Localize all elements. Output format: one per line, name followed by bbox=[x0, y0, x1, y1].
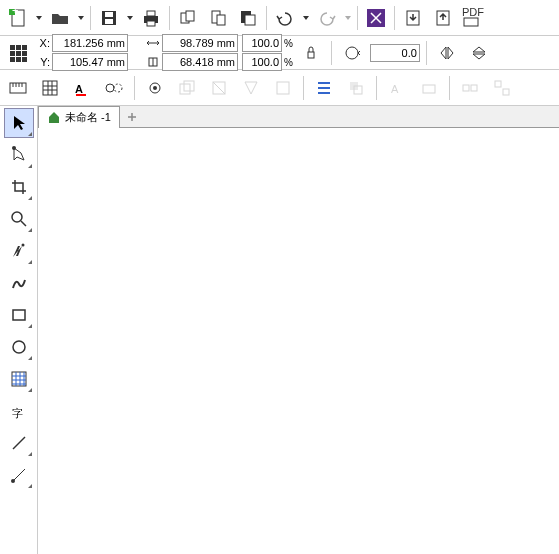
options-bar: A A bbox=[0, 70, 559, 106]
ellipse-tool[interactable] bbox=[4, 332, 34, 362]
export-button[interactable] bbox=[429, 4, 457, 32]
interactive-tool[interactable] bbox=[4, 460, 34, 490]
svg-rect-12 bbox=[217, 15, 225, 25]
rotation-input[interactable] bbox=[370, 44, 420, 62]
redo-button[interactable] bbox=[313, 4, 341, 32]
svg-rect-24 bbox=[16, 51, 21, 56]
tab-label: 未命名 -1 bbox=[65, 110, 111, 125]
group-button[interactable] bbox=[456, 74, 484, 102]
text-tool[interactable]: 字 bbox=[4, 396, 34, 426]
svg-rect-54 bbox=[13, 310, 25, 320]
align-button[interactable] bbox=[310, 74, 338, 102]
zoom-tool[interactable] bbox=[4, 204, 34, 234]
snap-button[interactable] bbox=[100, 74, 128, 102]
svg-rect-39 bbox=[180, 84, 190, 94]
new-button[interactable]: + bbox=[4, 4, 32, 32]
mirror-h-button[interactable] bbox=[433, 39, 461, 67]
svg-point-53 bbox=[21, 244, 24, 247]
svg-point-55 bbox=[13, 341, 25, 353]
launch-button[interactable] bbox=[362, 4, 390, 32]
svg-rect-14 bbox=[245, 15, 255, 25]
open-dropdown[interactable] bbox=[76, 4, 86, 32]
svg-rect-21 bbox=[16, 45, 21, 50]
line-tool[interactable] bbox=[4, 428, 34, 458]
weld-button[interactable] bbox=[173, 74, 201, 102]
print-button[interactable] bbox=[137, 4, 165, 32]
crop-tool[interactable] bbox=[4, 172, 34, 202]
svg-rect-50 bbox=[503, 89, 509, 95]
svg-rect-8 bbox=[147, 21, 155, 26]
svg-point-52 bbox=[12, 212, 22, 222]
pdf-button[interactable]: PDF bbox=[459, 4, 487, 32]
add-tab-button[interactable] bbox=[122, 108, 142, 126]
y-label: Y: bbox=[36, 56, 50, 68]
paste-button[interactable] bbox=[204, 4, 232, 32]
svg-rect-42 bbox=[277, 82, 289, 94]
document-tab[interactable]: 未命名 -1 bbox=[38, 106, 120, 128]
main-toolbar: + PDF bbox=[0, 0, 559, 36]
svg-rect-10 bbox=[186, 11, 194, 21]
ungroup-button[interactable] bbox=[488, 74, 516, 102]
height-icon bbox=[146, 57, 160, 67]
shape-tool[interactable] bbox=[4, 140, 34, 170]
svg-rect-40 bbox=[184, 81, 194, 91]
trim-button[interactable] bbox=[205, 74, 233, 102]
svg-rect-22 bbox=[22, 45, 27, 50]
height-input[interactable] bbox=[162, 53, 238, 71]
new-dropdown[interactable] bbox=[34, 4, 44, 32]
scale-x-input[interactable] bbox=[242, 34, 282, 52]
svg-text:+: + bbox=[12, 8, 18, 16]
options-gear-button[interactable] bbox=[141, 74, 169, 102]
rectangle-tool[interactable] bbox=[4, 300, 34, 330]
svg-rect-23 bbox=[10, 51, 15, 56]
svg-point-31 bbox=[346, 47, 358, 59]
property-bar: X: Y: % % bbox=[0, 36, 559, 70]
artistic-media-tool[interactable] bbox=[4, 268, 34, 298]
scale-y-input[interactable] bbox=[242, 53, 282, 71]
undo-button[interactable] bbox=[271, 4, 299, 32]
svg-point-36 bbox=[114, 84, 122, 92]
mirror-v-button[interactable] bbox=[465, 39, 493, 67]
intersect-button[interactable] bbox=[237, 74, 265, 102]
svg-rect-48 bbox=[471, 85, 477, 91]
convert-button[interactable] bbox=[415, 74, 443, 102]
svg-rect-30 bbox=[308, 52, 314, 58]
svg-text:字: 字 bbox=[12, 407, 23, 419]
pct-label-2: % bbox=[284, 57, 293, 68]
save-dropdown[interactable] bbox=[125, 4, 135, 32]
width-input[interactable] bbox=[162, 34, 238, 52]
units-button[interactable] bbox=[4, 74, 32, 102]
svg-rect-20 bbox=[10, 45, 15, 50]
svg-rect-28 bbox=[22, 57, 27, 62]
svg-text:PDF: PDF bbox=[462, 8, 484, 18]
document-tabs: 未命名 -1 bbox=[38, 106, 559, 128]
save-button[interactable] bbox=[95, 4, 123, 32]
width-icon bbox=[146, 38, 160, 48]
object-origin-button[interactable] bbox=[4, 39, 32, 67]
undo-dropdown[interactable] bbox=[301, 4, 311, 32]
freehand-tool[interactable] bbox=[4, 236, 34, 266]
rotation-icon bbox=[338, 39, 366, 67]
duplicate-button[interactable] bbox=[234, 4, 262, 32]
svg-rect-49 bbox=[495, 81, 501, 87]
home-icon bbox=[47, 110, 61, 124]
import-button[interactable] bbox=[399, 4, 427, 32]
svg-point-38 bbox=[153, 86, 157, 90]
x-input[interactable] bbox=[52, 34, 128, 52]
text-a-button[interactable]: A bbox=[383, 74, 411, 102]
copy-props-button[interactable] bbox=[174, 4, 202, 32]
open-button[interactable] bbox=[46, 4, 74, 32]
order-button[interactable] bbox=[342, 74, 370, 102]
text-options-button[interactable]: A bbox=[68, 74, 96, 102]
simplify-button[interactable] bbox=[269, 74, 297, 102]
svg-rect-47 bbox=[463, 85, 469, 91]
pick-tool[interactable] bbox=[4, 108, 34, 138]
toolbox: 字 bbox=[0, 106, 38, 554]
svg-point-58 bbox=[11, 479, 15, 483]
y-input[interactable] bbox=[52, 53, 128, 71]
grid-button[interactable] bbox=[36, 74, 64, 102]
lock-ratio-button[interactable] bbox=[297, 39, 325, 67]
x-label: X: bbox=[36, 37, 50, 49]
polygon-tool[interactable] bbox=[4, 364, 34, 394]
redo-dropdown[interactable] bbox=[343, 4, 353, 32]
